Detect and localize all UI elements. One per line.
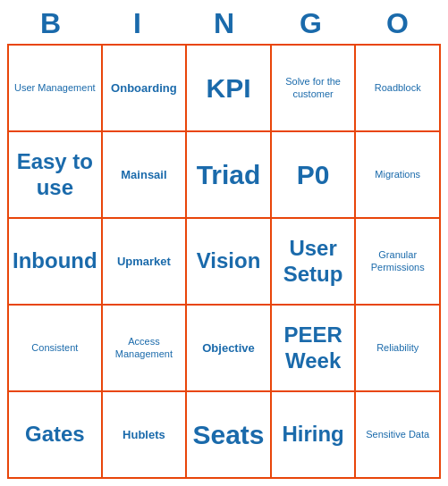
bingo-cell-11: Upmarket [103, 219, 188, 306]
bingo-grid: User ManagementOnboardingKPISolve for th… [7, 44, 441, 479]
cell-text-13: User Setup [275, 236, 351, 288]
bingo-cell-15: Consistent [9, 306, 103, 392]
bingo-cell-20: Gates [9, 392, 103, 479]
cell-text-23: Hiring [282, 422, 343, 448]
cell-text-22: Seats [192, 419, 264, 451]
cell-text-10: Inbound [13, 248, 97, 274]
cell-text-16: Access Management [106, 336, 182, 359]
cell-text-9: Migrations [375, 169, 420, 180]
bingo-letter-B: B [7, 7, 94, 40]
bingo-cell-1: Onboarding [103, 46, 188, 132]
bingo-letter-G: G [267, 7, 354, 40]
cell-text-15: Consistent [31, 342, 78, 354]
bingo-cell-9: Migrations [356, 132, 441, 219]
bingo-cell-0: User Management [9, 46, 103, 132]
cell-text-1: Onboarding [111, 81, 177, 96]
cell-text-17: Objective [202, 341, 255, 356]
cell-text-0: User Management [14, 82, 96, 94]
bingo-cell-19: Reliability [356, 306, 441, 392]
cell-text-11: Upmarket [117, 255, 171, 269]
bingo-cell-16: Access Management [103, 306, 188, 392]
bingo-letter-O: O [354, 7, 441, 40]
bingo-cell-21: Hublets [103, 392, 188, 479]
bingo-cell-7: Triad [187, 132, 272, 219]
cell-text-19: Reliability [376, 342, 418, 354]
cell-text-12: Vision [197, 248, 261, 274]
cell-text-2: KPI [207, 72, 251, 105]
bingo-title: BINGO [7, 7, 441, 40]
bingo-cell-23: Hiring [272, 392, 357, 479]
bingo-cell-24: Sensitive Data [356, 392, 441, 479]
bingo-cell-14: Granular Permissions [356, 219, 441, 306]
cell-text-18: PEER Week [275, 323, 351, 374]
cell-text-4: Roadblock [375, 82, 421, 94]
bingo-cell-10: Inbound [9, 219, 103, 306]
bingo-cell-17: Objective [187, 306, 272, 392]
cell-text-14: Granular Permissions [359, 249, 435, 272]
bingo-letter-I: I [94, 7, 181, 40]
cell-text-3: Solve for the customer [275, 76, 351, 99]
bingo-cell-12: Vision [187, 219, 272, 306]
bingo-cell-13: User Setup [272, 219, 357, 306]
bingo-cell-5: Easy to use [9, 132, 103, 219]
bingo-letter-N: N [181, 7, 267, 40]
bingo-cell-8: P0 [272, 132, 357, 219]
cell-text-8: P0 [297, 159, 330, 191]
bingo-cell-2: KPI [187, 46, 272, 132]
bingo-cell-4: Roadblock [356, 46, 441, 132]
cell-text-20: Gates [25, 422, 85, 448]
cell-text-24: Sensitive Data [366, 429, 429, 440]
cell-text-7: Triad [197, 159, 261, 191]
bingo-cell-3: Solve for the customer [272, 46, 357, 132]
cell-text-5: Easy to use [13, 149, 97, 201]
bingo-cell-18: PEER Week [272, 306, 357, 392]
cell-text-6: Mainsail [121, 168, 166, 182]
bingo-cell-6: Mainsail [103, 132, 188, 219]
bingo-cell-22: Seats [187, 392, 272, 479]
cell-text-21: Hublets [123, 428, 165, 442]
